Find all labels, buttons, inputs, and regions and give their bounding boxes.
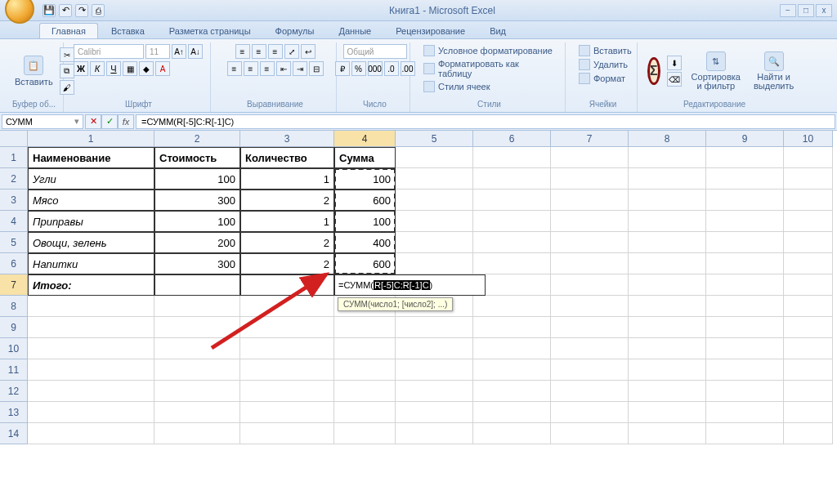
cell[interactable] — [240, 423, 334, 444]
paste-button[interactable]: 📋 Вставить — [11, 54, 56, 88]
cell[interactable] — [28, 402, 154, 423]
comma-icon[interactable]: 000 — [368, 61, 383, 76]
format-as-table-button[interactable]: Форматировать как таблицу — [420, 58, 558, 79]
bold-icon[interactable]: Ж — [74, 61, 88, 76]
cell[interactable] — [784, 317, 833, 338]
cell[interactable] — [551, 232, 629, 253]
cell[interactable] — [784, 359, 833, 381]
office-button[interactable] — [5, 0, 34, 24]
cell[interactable] — [551, 296, 629, 317]
column-header[interactable]: 4 — [334, 131, 396, 147]
clear-icon[interactable]: ⌫ — [667, 72, 682, 87]
cell[interactable] — [473, 317, 551, 338]
align-bottom-icon[interactable]: ≡ — [268, 44, 283, 59]
cell[interactable] — [473, 253, 551, 274]
cell[interactable] — [629, 402, 706, 423]
font-name-input[interactable] — [74, 44, 144, 59]
row-header[interactable]: 4 — [0, 211, 28, 232]
cell[interactable] — [706, 253, 784, 274]
row-header[interactable]: 11 — [0, 359, 28, 381]
inc-decimal-icon[interactable]: .0 — [384, 61, 399, 76]
cell[interactable] — [706, 168, 784, 190]
row-header[interactable]: 2 — [0, 168, 28, 190]
cell[interactable] — [473, 359, 551, 381]
cell[interactable] — [28, 359, 154, 381]
cell[interactable] — [784, 402, 833, 423]
tab-review[interactable]: Рецензирование — [384, 24, 477, 38]
cell[interactable] — [396, 168, 473, 190]
cell[interactable] — [706, 190, 784, 211]
cell[interactable] — [706, 317, 784, 338]
cell[interactable] — [154, 338, 240, 359]
cell[interactable] — [629, 211, 706, 232]
cell[interactable] — [706, 402, 784, 423]
merge-icon[interactable]: ⊟ — [309, 61, 324, 76]
row-header[interactable]: 13 — [0, 402, 28, 423]
cell[interactable] — [784, 147, 833, 168]
column-header[interactable]: 1 — [28, 131, 154, 147]
cell[interactable] — [473, 211, 551, 232]
formula-editing-cell[interactable]: =СУММ(R[-5]C:R[-1]C) — [334, 274, 486, 296]
find-select-button[interactable]: 🔍 Найти и выделить — [750, 50, 797, 92]
conditional-formatting-button[interactable]: Условное форматирование — [420, 44, 556, 57]
tab-data[interactable]: Данные — [327, 24, 383, 38]
column-header[interactable]: 10 — [784, 131, 833, 147]
cell[interactable] — [334, 317, 396, 338]
font-color-icon[interactable]: A — [155, 61, 170, 76]
row-header[interactable]: 1 — [0, 147, 28, 168]
font-grow-icon[interactable]: A↑ — [172, 44, 186, 59]
qat-save-icon[interactable]: 💾 — [43, 4, 56, 17]
qat-redo-icon[interactable]: ↷ — [75, 4, 88, 17]
cell[interactable]: 2 — [240, 190, 334, 211]
cell[interactable] — [784, 338, 833, 359]
align-middle-icon[interactable]: ≡ — [252, 44, 266, 59]
column-header[interactable]: 6 — [473, 131, 551, 147]
cell[interactable] — [551, 381, 629, 402]
row-header[interactable]: 12 — [0, 381, 28, 402]
column-header[interactable]: 9 — [706, 131, 784, 147]
align-top-icon[interactable]: ≡ — [235, 44, 250, 59]
close-button[interactable]: x — [816, 4, 832, 17]
cell[interactable] — [551, 168, 629, 190]
cell[interactable] — [551, 359, 629, 381]
cell[interactable] — [551, 253, 629, 274]
cell[interactable] — [473, 296, 551, 317]
cell[interactable] — [629, 317, 706, 338]
maximize-button[interactable]: □ — [798, 4, 814, 17]
cell[interactable] — [154, 274, 240, 296]
cell[interactable]: 300 — [154, 190, 240, 211]
cell[interactable] — [473, 381, 551, 402]
tab-view[interactable]: Вид — [478, 24, 517, 38]
cell[interactable] — [473, 423, 551, 444]
cell[interactable]: Мясо — [28, 190, 154, 211]
cell[interactable] — [706, 338, 784, 359]
cancel-formula-button[interactable]: ✕ — [85, 114, 101, 129]
row-header[interactable]: 7 — [0, 274, 28, 296]
cell[interactable] — [28, 338, 154, 359]
cell[interactable] — [396, 381, 473, 402]
cell[interactable] — [396, 190, 473, 211]
cell[interactable] — [240, 317, 334, 338]
cell[interactable] — [396, 338, 473, 359]
cell[interactable] — [706, 296, 784, 317]
cell[interactable] — [551, 402, 629, 423]
cell[interactable] — [396, 211, 473, 232]
column-header[interactable]: 5 — [396, 131, 473, 147]
row-header[interactable]: 9 — [0, 317, 28, 338]
currency-icon[interactable]: ₽ — [335, 61, 350, 76]
sort-filter-button[interactable]: ⇅ Сортировка и фильтр — [688, 50, 744, 92]
cell[interactable] — [28, 317, 154, 338]
cell[interactable]: Итого: — [28, 274, 154, 296]
cell[interactable] — [551, 147, 629, 168]
row-header[interactable]: 8 — [0, 296, 28, 317]
cell[interactable] — [784, 253, 833, 274]
name-box[interactable]: СУММ ▾ — [2, 114, 83, 129]
cell[interactable] — [706, 232, 784, 253]
cell[interactable] — [473, 232, 551, 253]
row-header[interactable]: 14 — [0, 423, 28, 444]
cell[interactable] — [396, 253, 473, 274]
cell[interactable]: 200 — [154, 232, 240, 253]
qat-undo-icon[interactable]: ↶ — [59, 4, 72, 17]
cell[interactable]: 400 — [334, 232, 396, 253]
cell[interactable] — [551, 190, 629, 211]
